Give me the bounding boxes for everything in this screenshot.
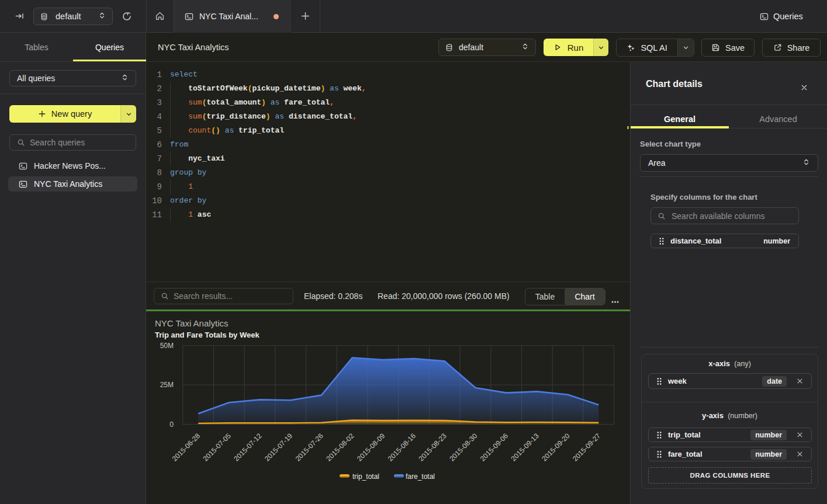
svg-text:2015-07-26: 2015-07-26	[294, 432, 326, 463]
svg-text:2015-07-05: 2015-07-05	[202, 432, 233, 463]
svg-text:2015-08-02: 2015-08-02	[324, 432, 356, 463]
svg-text:2015-07-12: 2015-07-12	[232, 432, 264, 463]
svg-text:0: 0	[169, 420, 174, 429]
svg-text:2015-06-28: 2015-06-28	[171, 432, 202, 463]
svg-text:2015-09-13: 2015-09-13	[510, 432, 541, 463]
svg-text:2015-09-20: 2015-09-20	[540, 432, 572, 463]
svg-text:2015-07-19: 2015-07-19	[263, 432, 295, 463]
svg-text:2015-08-09: 2015-08-09	[355, 432, 387, 463]
svg-text:2015-09-27: 2015-09-27	[571, 432, 603, 463]
svg-text:2015-08-16: 2015-08-16	[386, 432, 418, 463]
svg-text:25M: 25M	[160, 381, 174, 389]
svg-text:2015-08-30: 2015-08-30	[448, 432, 479, 463]
svg-text:50M: 50M	[160, 342, 174, 350]
svg-text:2015-09-06: 2015-09-06	[479, 432, 510, 463]
svg-text:2015-08-23: 2015-08-23	[417, 432, 448, 463]
